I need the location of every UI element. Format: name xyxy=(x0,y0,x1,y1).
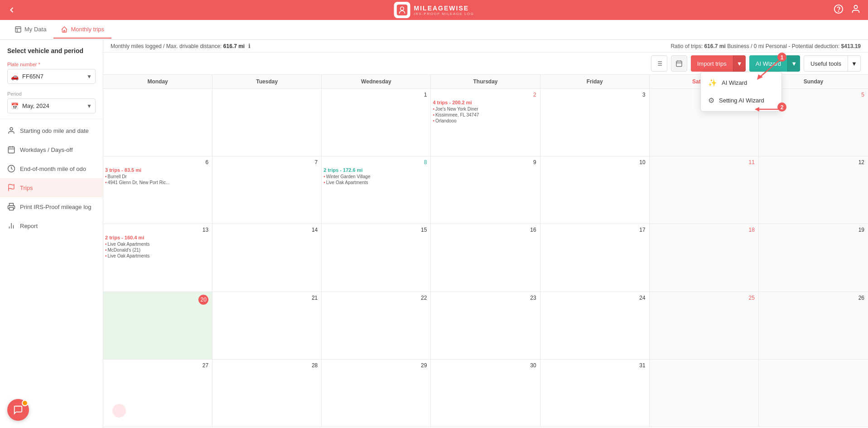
import-trips-group: Import trips ▼ xyxy=(691,55,746,72)
cal-trip-item: McDonald's (21) xyxy=(105,247,210,253)
import-trips-button[interactable]: Import trips xyxy=(691,55,733,72)
svg-rect-9 xyxy=(8,147,14,153)
sidebar-item-report[interactable]: Report xyxy=(0,216,103,235)
cal-summary-week2-mon: 3 trips - 83.5 mi xyxy=(105,167,210,173)
day-header-monday: Monday xyxy=(103,75,212,88)
cal-summary-week1-thu: 4 trips - 200.2 mi xyxy=(433,100,538,105)
cal-date-23: 23 xyxy=(433,294,538,302)
cal-cell-w5d6[interactable] xyxy=(650,360,759,427)
cal-cell-w2d5[interactable]: 10 xyxy=(540,156,650,224)
tab-monthly-trips[interactable]: Monthly trips xyxy=(53,21,111,39)
cal-cell-w4d4[interactable]: 23 xyxy=(431,292,540,360)
cal-cell-w5d4[interactable]: 30 xyxy=(431,360,540,427)
period-label: Period xyxy=(7,91,96,97)
cal-cell-w3d1[interactable]: 13 2 trips - 160.4 mi Live Oak Apartment… xyxy=(103,224,212,292)
tab-bar: My Data Monthly trips xyxy=(0,20,868,40)
cal-cell-w4d1[interactable]: 20 xyxy=(103,292,212,360)
cal-date-19: 19 xyxy=(761,226,866,234)
cal-cell-w5d3[interactable]: 29 xyxy=(322,360,431,427)
calendar-icon: 📅 xyxy=(11,102,19,110)
logo-text-area: MILEAGEWISE IRS-PROOF MILEAGE LOG xyxy=(414,5,474,16)
import-trips-arrow[interactable]: ▼ xyxy=(733,55,746,72)
cal-trip-item: Kissimmee, FL 34747 xyxy=(433,112,538,118)
cal-cell-w5d1[interactable]: 27 xyxy=(103,360,212,427)
sidebar-item-print-log[interactable]: Print IRS-Proof mileage log xyxy=(0,197,103,216)
chat-button[interactable] xyxy=(7,399,29,421)
cal-cell-w4d7[interactable]: 26 xyxy=(759,292,868,360)
cal-cell-w5d5[interactable]: 31 xyxy=(540,360,650,427)
day-header-tuesday: Tuesday xyxy=(212,75,322,88)
ai-wizard-group: AI Wizard ▼ xyxy=(749,55,800,72)
calendar-view-button[interactable] xyxy=(671,55,687,72)
cal-cell-w3d3[interactable]: 15 xyxy=(322,224,431,292)
cal-cell-w2d3[interactable]: 8 2 trips - 172.6 mi Winter Garden Villa… xyxy=(322,156,431,224)
cal-cell-w2d7[interactable]: 12 xyxy=(759,156,868,224)
cal-cell-w3d4[interactable]: 16 xyxy=(431,224,540,292)
cal-date-6: 6 xyxy=(105,158,210,166)
sidebar-item-end-month-odo[interactable]: End-of-month mile of odo xyxy=(0,159,103,178)
stats-miles: Monthly miles logged / Max. drivable dis… xyxy=(111,43,251,49)
cal-cell-w4d6[interactable]: 25 xyxy=(650,292,759,360)
cal-cell-w1d5[interactable]: 3 xyxy=(540,89,650,156)
cal-trip-item: Live Oak Apartments xyxy=(105,241,210,247)
cal-cell-w1d4[interactable]: 2 4 trips - 200.2 mi Joe's New York Dine… xyxy=(431,89,540,156)
back-button[interactable] xyxy=(7,5,16,15)
cal-cell-w3d2[interactable]: 14 xyxy=(212,224,322,292)
cal-date-2: 2 xyxy=(433,91,538,99)
cal-date-18: 18 xyxy=(651,226,757,234)
cal-cell-w4d3[interactable]: 22 xyxy=(322,292,431,360)
user-button[interactable] xyxy=(851,4,861,16)
cal-date-8: 8 xyxy=(323,158,429,166)
cal-date-14: 14 xyxy=(214,226,319,234)
tab-my-data[interactable]: My Data xyxy=(7,21,53,39)
period-select[interactable]: May, 2024 xyxy=(7,98,96,113)
cal-cell-w2d4[interactable]: 9 xyxy=(431,156,540,224)
cal-trip-item: Winter Garden Village xyxy=(323,174,429,180)
day-header-thursday: Thursday xyxy=(431,75,540,88)
cal-cell-w1d1[interactable] xyxy=(103,89,212,156)
cal-cell-w2d1[interactable]: 6 3 trips - 83.5 mi Burrell Dr 4941 Glen… xyxy=(103,156,212,224)
period-wrapper: 📅 May, 2024 ▼ xyxy=(7,98,96,113)
cal-date-10: 10 xyxy=(542,158,647,166)
app-subtitle: IRS-PROOF MILEAGE LOG xyxy=(414,12,474,16)
cal-cell-w3d5[interactable]: 17 xyxy=(540,224,650,292)
cal-date-31: 31 xyxy=(542,361,647,370)
car-icon: 🚗 xyxy=(11,73,19,80)
cal-cell-w2d2[interactable]: 7 xyxy=(212,156,322,224)
cal-cell-w1d3[interactable]: 1 xyxy=(322,89,431,156)
useful-tools-arrow[interactable]: ▼ xyxy=(848,55,861,72)
day-header-wednesday: Wednesday xyxy=(322,75,431,88)
cal-date-15: 15 xyxy=(323,226,429,234)
useful-tools-button[interactable]: Useful tools xyxy=(804,55,848,72)
sidebar-item-trips[interactable]: Trips xyxy=(0,178,103,197)
cal-date-11: 11 xyxy=(651,158,757,166)
day-header-friday: Friday xyxy=(540,75,650,88)
cal-cell-w2d6[interactable]: 11 xyxy=(650,156,759,224)
cal-cell-w3d7[interactable]: 19 xyxy=(759,224,868,292)
dropdown-item-ai-wizard[interactable]: ✨ AI Wizard xyxy=(701,74,781,92)
sidebar-item-starting-odo[interactable]: Starting odo mile and date xyxy=(0,121,103,140)
ai-wizard-arrow[interactable]: ▼ xyxy=(787,55,800,72)
info-icon[interactable]: ℹ xyxy=(248,43,251,49)
cal-cell-w5d7[interactable] xyxy=(759,360,868,427)
help-button[interactable] xyxy=(834,4,844,16)
cal-cell-w1d2[interactable] xyxy=(212,89,322,156)
sidebar-item-workdays[interactable]: Workdays / Days-off xyxy=(0,140,103,159)
list-view-button[interactable] xyxy=(651,55,667,72)
cal-trip-item: Orlandooo xyxy=(433,118,538,124)
cal-cell-w5d2[interactable]: 28 xyxy=(212,360,322,427)
cal-date-9: 9 xyxy=(433,158,538,166)
plate-number-select[interactable]: FF65N7 xyxy=(7,69,96,84)
cal-trip-item: Live Oak Apartments xyxy=(323,180,429,185)
cal-trip-item: Joe's New York Diner xyxy=(433,106,538,112)
cal-date-12: 12 xyxy=(761,158,866,166)
dropdown-item-setting-ai-wizard[interactable]: ⚙ Setting AI Wizard xyxy=(701,92,781,109)
cal-cell-w3d6[interactable]: 18 xyxy=(650,224,759,292)
ai-wizard-button[interactable]: AI Wizard xyxy=(749,55,787,72)
sidebar-section-title: Select vehicle and period xyxy=(0,40,103,58)
svg-point-8 xyxy=(10,127,13,130)
main-layout: Select vehicle and period Plate number *… xyxy=(0,40,868,428)
cal-cell-w4d2[interactable]: 21 xyxy=(212,292,322,360)
cal-cell-w4d5[interactable]: 24 xyxy=(540,292,650,360)
top-header: MILEAGEWISE IRS-PROOF MILEAGE LOG xyxy=(0,0,868,20)
